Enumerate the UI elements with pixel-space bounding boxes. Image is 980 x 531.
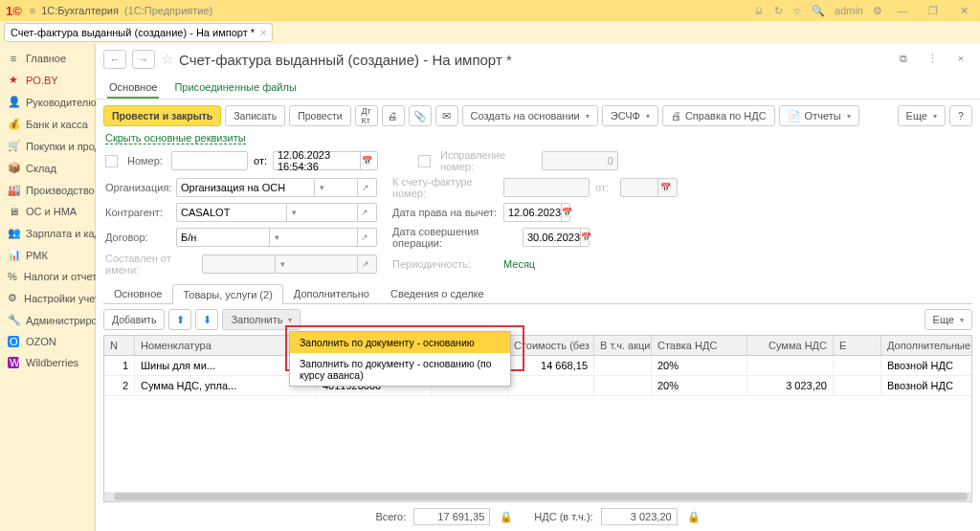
post-button[interactable]: Провести (289, 105, 350, 126)
nav-production[interactable]: 🏭Производство (0, 179, 95, 201)
open-icon[interactable]: ↗ (357, 229, 372, 246)
open-window-icon[interactable]: ⧉ (892, 50, 915, 69)
reports-button[interactable]: 📄Отчеты▾ (779, 105, 859, 126)
close-tab-icon[interactable]: × (260, 27, 266, 38)
subtab-main[interactable]: Основное (107, 77, 159, 99)
nav-ozon[interactable]: OOZON (0, 331, 95, 352)
create-based-button[interactable]: Создать на основании▾ (462, 105, 598, 126)
calendar-icon[interactable]: 📅 (561, 204, 572, 221)
settings-icon[interactable]: ⚙ (873, 5, 882, 17)
vat-help-button[interactable]: 🖨Справка по НДС (662, 105, 775, 126)
open-icon[interactable]: ↗ (357, 204, 372, 221)
number-checkbox[interactable] (105, 155, 118, 167)
help-button[interactable]: ? (949, 105, 972, 126)
col-extra[interactable]: Дополнительные данные (881, 336, 972, 356)
col-vat-sum[interactable]: Сумма НДС (747, 336, 834, 356)
deduct-date-input[interactable]: 12.06.2023📅 (503, 203, 570, 222)
nav-poby[interactable]: ★PO.BY (0, 69, 95, 91)
date-input[interactable]: 12.06.2023 16:54:36📅 (273, 151, 378, 170)
minimize-window[interactable]: — (892, 5, 913, 16)
cell[interactable]: 3 023,20 (747, 376, 834, 396)
cell[interactable]: 1 (104, 356, 135, 376)
correction-checkbox[interactable] (418, 155, 431, 167)
nav-bank[interactable]: 💰Банк и касса (0, 113, 95, 135)
horizontal-scrollbar[interactable] (104, 492, 971, 501)
fill-button[interactable]: Заполнить▾ (222, 309, 301, 330)
history-icon[interactable]: ↻ (774, 5, 783, 17)
col-vat-rate[interactable]: Ставка НДС (652, 336, 747, 356)
notifications-icon[interactable]: 🕭 (754, 5, 765, 16)
user-label[interactable]: admin (835, 5, 863, 16)
fill-by-document[interactable]: Заполнить по документу - основанию (290, 332, 510, 353)
tab-deal[interactable]: Сведения о сделке (380, 283, 495, 303)
cell[interactable] (834, 376, 881, 396)
restore-window[interactable]: ❐ (923, 5, 944, 17)
tab-osnovnoe[interactable]: Основное (103, 283, 172, 303)
favorite-star-icon[interactable]: ☆ (161, 51, 173, 68)
nav-settings[interactable]: ⚙Настройки учета (0, 287, 95, 309)
col-cost[interactable]: Стоимость (без НДС) (508, 336, 594, 356)
nav-sales[interactable]: 🛒Покупки и продажи (0, 135, 95, 157)
cell[interactable]: 14 668,15 (508, 356, 594, 376)
nav-wb[interactable]: WWildberries (0, 352, 95, 373)
col-excise[interactable]: В т.ч. акциз (594, 336, 652, 356)
dropdown-icon[interactable]: ▾ (286, 204, 301, 221)
calendar-icon[interactable]: 📅 (360, 152, 373, 169)
cell[interactable]: Ввозной НДС (881, 356, 972, 376)
more-button[interactable]: Еще▾ (898, 105, 946, 126)
write-button[interactable]: Записать (225, 105, 285, 126)
eschf-button[interactable]: ЭСЧФ▾ (602, 105, 658, 126)
cell[interactable]: 20% (652, 376, 747, 396)
cell[interactable]: Ввозной НДС (881, 376, 972, 396)
window-tab[interactable]: Счет-фактура выданный (создание) - На им… (4, 23, 273, 42)
search-icon[interactable]: 🔍 (812, 5, 825, 17)
close-form-icon[interactable]: × (949, 50, 972, 69)
dt-kt-button[interactable]: ДтКт (355, 105, 378, 126)
post-and-close-button[interactable]: Провести и закрыть (103, 105, 221, 126)
org-input[interactable]: Организация на ОСН▾↗ (176, 178, 377, 197)
attach-button[interactable]: 📎 (409, 105, 432, 126)
nav-rmk[interactable]: 📊РМК (0, 244, 95, 266)
nav-taxes[interactable]: %Налоги и отчетность (0, 266, 95, 287)
col-n[interactable]: N (104, 336, 135, 356)
close-window[interactable]: ✕ (953, 5, 974, 17)
open-icon[interactable]: ↗ (357, 179, 372, 196)
cell[interactable] (594, 356, 652, 376)
nav-warehouse[interactable]: 📦Склад (0, 157, 95, 179)
contract-input[interactable]: Б/н▾↗ (176, 228, 377, 247)
main-menu-icon[interactable]: ≡ (30, 5, 35, 16)
nav-hr[interactable]: 👥Зарплата и кадры (0, 222, 95, 244)
calendar-icon[interactable]: 📅 (580, 229, 591, 246)
email-button[interactable]: ✉ (435, 105, 458, 126)
fill-by-document-advance-rate[interactable]: Заполнить по документу - основанию (по к… (290, 353, 510, 386)
print-button[interactable]: 🖨 (382, 105, 405, 126)
nav-main[interactable]: ≡Главное (0, 48, 95, 69)
number-input[interactable] (171, 151, 248, 170)
cell[interactable]: 20% (652, 356, 747, 376)
subtab-attachments[interactable]: Присоединенные файлы (172, 77, 298, 99)
counterparty-input[interactable]: CASALOT▾↗ (176, 203, 377, 222)
cell[interactable] (747, 356, 834, 376)
tab-additional[interactable]: Дополнительно (283, 283, 380, 303)
cell[interactable] (508, 376, 594, 396)
nav-manager[interactable]: 👤Руководителю (0, 91, 95, 113)
tab-goods[interactable]: Товары, услуги (2) (172, 284, 282, 304)
table-more-button[interactable]: Еще▾ (924, 309, 972, 330)
dropdown-icon[interactable]: ▾ (269, 229, 284, 246)
forward-button[interactable]: → (132, 50, 155, 69)
col-e[interactable]: Е (834, 336, 881, 356)
cell[interactable]: 2 (104, 376, 135, 396)
options-icon[interactable]: ⋮ (921, 50, 944, 69)
op-date-input[interactable]: 30.06.2023📅 (523, 228, 590, 247)
favorites-icon[interactable]: ☆ (792, 5, 802, 17)
move-up-button[interactable]: ⬆ (168, 309, 191, 330)
back-button[interactable]: ← (103, 50, 126, 69)
nav-assets[interactable]: 🖥ОС и НМА (0, 201, 95, 222)
cell[interactable] (834, 356, 881, 376)
period-value[interactable]: Месяц (503, 258, 535, 270)
cell[interactable] (594, 376, 652, 396)
nav-admin[interactable]: 🔧Администрирование (0, 309, 95, 331)
add-row-button[interactable]: Добавить (103, 309, 165, 330)
move-down-button[interactable]: ⬇ (195, 309, 218, 330)
dropdown-icon[interactable]: ▾ (314, 179, 329, 196)
